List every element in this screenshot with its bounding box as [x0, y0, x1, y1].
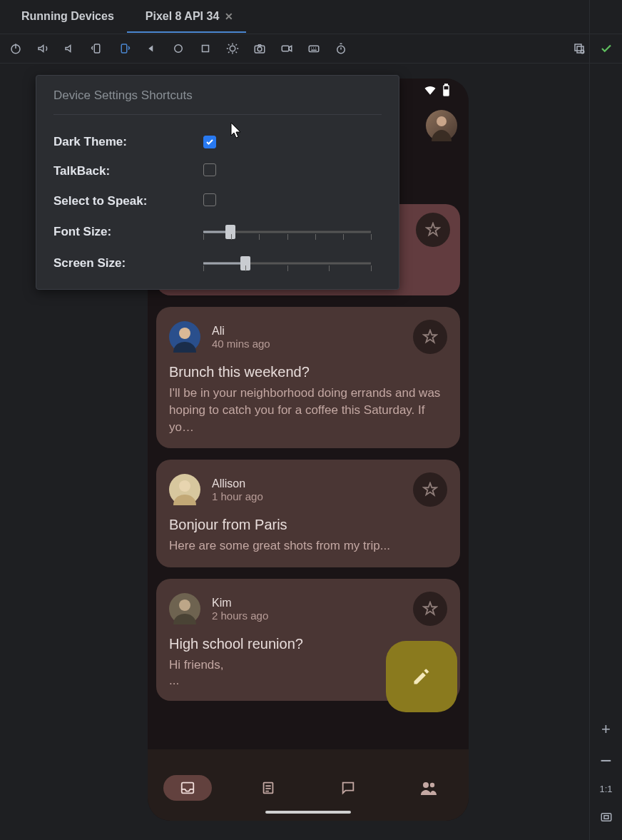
tab-label: Running Devices	[21, 10, 114, 23]
email-snippet: I'll be in your neighborhood doing erran…	[169, 385, 447, 435]
zoom-in-icon[interactable]: +	[598, 721, 615, 738]
svg-point-8	[230, 46, 235, 51]
select-to-speak-checkbox[interactable]	[203, 193, 216, 206]
svg-rect-15	[577, 46, 583, 53]
svg-point-21	[179, 328, 190, 339]
svg-rect-19	[444, 90, 448, 95]
back-icon[interactable]	[143, 40, 160, 57]
keyboard-icon[interactable]	[305, 40, 322, 57]
rotate-left-icon[interactable]	[88, 40, 106, 57]
settings-title: Device Settings Shortcuts	[53, 88, 382, 115]
sender-name: Kim	[212, 597, 402, 609]
sender-name: Allison	[212, 477, 402, 490]
email-snippet: Here are some great shots from my trip..…	[169, 537, 447, 555]
star-button[interactable]	[413, 592, 447, 626]
email-subject: Bonjour from Paris	[169, 517, 447, 533]
mouse-cursor-icon	[230, 121, 244, 143]
svg-rect-18	[445, 84, 448, 86]
svg-rect-7	[203, 46, 209, 52]
svg-rect-4	[94, 44, 100, 53]
email-subject: Brunch this weekend?	[169, 364, 447, 380]
toolbar	[0, 34, 622, 64]
zoom-out-icon[interactable]: −	[598, 752, 615, 769]
snapshot-icon[interactable]	[571, 40, 588, 57]
nav-people[interactable]	[404, 775, 453, 801]
sender-avatar	[169, 593, 200, 624]
bottom-nav	[148, 749, 469, 821]
star-button[interactable]	[413, 320, 447, 354]
camera-icon[interactable]	[251, 40, 268, 57]
svg-point-6	[175, 45, 183, 53]
timer-icon[interactable]	[332, 40, 350, 57]
svg-rect-28	[601, 814, 611, 821]
dark-theme-label: Dark Theme:	[53, 135, 203, 149]
talkback-row: TalkBack:	[53, 163, 382, 179]
screen-size-row: Screen Size:	[53, 255, 382, 272]
font-size-row: Font Size:	[53, 223, 382, 241]
svg-point-10	[258, 47, 262, 51]
star-button[interactable]	[413, 472, 447, 507]
email-time: 40 mins ago	[212, 338, 402, 350]
close-icon[interactable]: ✕	[225, 11, 233, 22]
bug-icon[interactable]	[224, 40, 241, 57]
tab-label: Pixel 8 API 34	[146, 10, 219, 23]
email-card[interactable]: Ali 40 mins ago Brunch this weekend? I'l…	[156, 307, 460, 448]
screen-size-slider[interactable]	[203, 255, 371, 272]
overview-icon[interactable]	[197, 40, 214, 57]
volume-up-icon[interactable]	[34, 40, 51, 57]
talkback-checkbox[interactable]	[203, 163, 216, 176]
screen-size-label: Screen Size:	[53, 256, 203, 270]
fit-screen-icon[interactable]	[598, 809, 615, 826]
email-time: 1 hour ago	[212, 490, 402, 502]
volume-down-icon[interactable]	[61, 40, 78, 57]
svg-rect-5	[121, 44, 127, 53]
svg-rect-11	[282, 46, 289, 51]
sender-avatar	[169, 321, 200, 353]
zoom-ratio[interactable]: 1:1	[599, 784, 612, 794]
svg-point-16	[581, 50, 584, 54]
tabs-bar: Running Devices Pixel 8 API 34 ✕	[0, 0, 622, 34]
nav-articles[interactable]	[244, 775, 292, 801]
select-to-speak-row: Select to Speak:	[53, 193, 382, 209]
nav-chat[interactable]	[324, 775, 372, 801]
home-icon[interactable]	[170, 40, 187, 57]
email-card[interactable]: Allison 1 hour ago Bonjour from Paris He…	[156, 460, 460, 567]
svg-rect-14	[575, 44, 581, 51]
font-size-label: Font Size:	[53, 225, 203, 239]
svg-point-27	[430, 783, 434, 787]
tab-running-devices[interactable]: Running Devices	[9, 1, 127, 33]
power-icon[interactable]	[7, 40, 24, 57]
dark-theme-checkbox[interactable]	[203, 136, 216, 148]
home-indicator[interactable]	[265, 811, 351, 814]
svg-point-20	[437, 116, 447, 126]
wifi-icon	[424, 85, 437, 98]
email-time: 2 hours ago	[212, 609, 402, 622]
dark-theme-row: Dark Theme:	[53, 135, 382, 149]
rotate-right-icon[interactable]	[116, 40, 133, 57]
talkback-label: TalkBack:	[53, 164, 203, 178]
compose-fab[interactable]	[386, 641, 457, 712]
nav-inbox[interactable]	[163, 775, 212, 801]
device-settings-popup: Device Settings Shortcuts Dark Theme: Ta…	[36, 75, 399, 290]
svg-rect-12	[309, 46, 319, 51]
video-icon[interactable]	[278, 40, 295, 57]
font-size-slider[interactable]	[203, 223, 371, 241]
svg-rect-29	[604, 816, 608, 819]
svg-point-22	[179, 480, 190, 492]
select-to-speak-label: Select to Speak:	[53, 194, 203, 208]
sender-avatar	[169, 474, 200, 505]
tab-pixel-device[interactable]: Pixel 8 API 34 ✕	[127, 1, 246, 33]
svg-point-26	[423, 782, 429, 788]
star-button[interactable]	[416, 213, 450, 247]
right-sidebar: + − 1:1	[589, 0, 622, 840]
battery-icon	[442, 84, 450, 99]
svg-point-23	[179, 599, 190, 611]
profile-avatar[interactable]	[426, 110, 457, 141]
sender-name: Ali	[212, 325, 402, 338]
